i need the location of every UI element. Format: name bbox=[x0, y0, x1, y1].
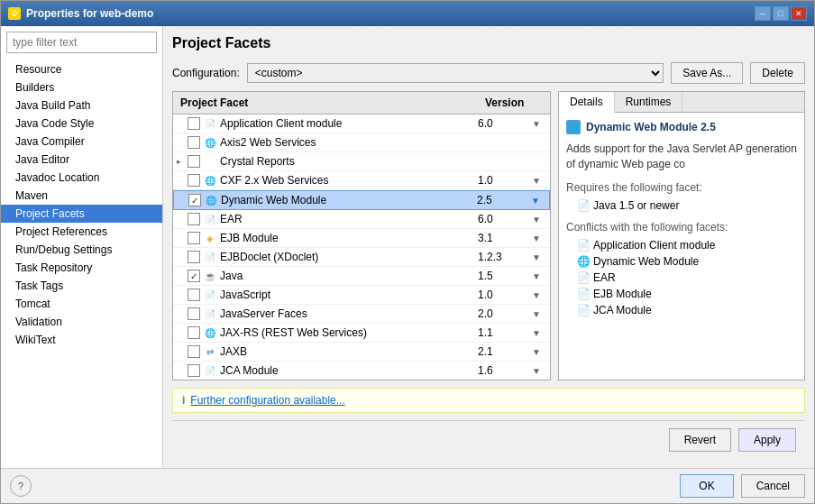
minimize-button[interactable]: ─ bbox=[755, 6, 771, 21]
facet-row-axis2[interactable]: 🌐 Axis2 Web Services bbox=[173, 133, 550, 152]
dropdown-arrow[interactable]: ▼ bbox=[532, 252, 546, 262]
facet-checkbox-java[interactable] bbox=[188, 270, 200, 282]
close-button[interactable]: ✕ bbox=[791, 6, 807, 21]
facet-checkbox-jaxb[interactable] bbox=[188, 345, 200, 358]
further-config-link[interactable]: Further configuration available... bbox=[190, 394, 344, 407]
conflicts-item-0: 📄 Application Client module bbox=[566, 237, 797, 253]
facet-row-jaxrs[interactable]: 🌐 JAX-RS (REST Web Services) 1.1 ▼ bbox=[173, 324, 550, 343]
info-icon: i bbox=[182, 394, 185, 407]
sidebar-item-resource[interactable]: Resource bbox=[1, 60, 162, 78]
cube-icon: ◈ bbox=[203, 231, 217, 245]
expand-icon[interactable]: ▸ bbox=[177, 157, 188, 166]
facet-ver-jaxrs: 1.1 bbox=[478, 326, 532, 339]
facet-checkbox-javascript[interactable] bbox=[188, 289, 200, 301]
facet-row-cxf[interactable]: 🌐 CXF 2.x Web Services 1.0 ▼ bbox=[173, 171, 550, 190]
facet-row-javascript[interactable]: 📄 JavaScript 1.0 ▼ bbox=[173, 286, 550, 305]
folder-icon bbox=[203, 154, 217, 169]
config-row: Configuration: <custom> Save As... Delet… bbox=[172, 62, 805, 84]
maximize-button[interactable]: □ bbox=[773, 6, 789, 21]
globe-icon: 🌐 bbox=[203, 325, 217, 340]
dropdown-arrow[interactable]: ▼ bbox=[532, 234, 546, 243]
facet-checkbox-ejbdoclet[interactable] bbox=[188, 251, 200, 263]
main-window: ⚙ Properties for web-demo ─ □ ✕ Resource… bbox=[0, 0, 815, 504]
delete-button[interactable]: Delete bbox=[750, 62, 805, 84]
save-as-button[interactable]: Save As... bbox=[671, 62, 743, 84]
globe-icon: 🌐 bbox=[203, 135, 217, 150]
sidebar-item-task-tags[interactable]: Task Tags bbox=[1, 277, 162, 295]
sidebar-item-tomcat[interactable]: Tomcat bbox=[1, 295, 162, 313]
facet-ver-jaxb: 2.1 bbox=[478, 345, 532, 358]
facet-row-ejb[interactable]: ◈ EJB Module 3.1 ▼ bbox=[173, 229, 550, 248]
revert-button[interactable]: Revert bbox=[669, 428, 731, 452]
facet-checkbox-crystal[interactable] bbox=[188, 155, 200, 168]
facet-name-java: Java bbox=[220, 270, 478, 282]
sidebar-item-run-debug-settings[interactable]: Run/Debug Settings bbox=[1, 241, 162, 259]
filter-input[interactable] bbox=[6, 32, 157, 53]
dropdown-arrow[interactable]: ▼ bbox=[532, 271, 546, 281]
dropdown-arrow[interactable]: ▼ bbox=[532, 309, 546, 319]
facet-checkbox-jaxrs[interactable] bbox=[188, 326, 200, 339]
dropdown-arrow[interactable]: ▼ bbox=[532, 290, 546, 300]
dropdown-arrow[interactable]: ▼ bbox=[532, 176, 546, 186]
tab-runtimes[interactable]: Runtimes bbox=[615, 92, 683, 112]
dropdown-arrow[interactable]: ▼ bbox=[532, 119, 546, 129]
sidebar-item-java-code-style[interactable]: Java Code Style bbox=[1, 115, 162, 133]
conflicts-item-2: 📄 EAR bbox=[566, 270, 797, 286]
page-icon: 📄 bbox=[203, 363, 217, 378]
sidebar-item-java-compiler[interactable]: Java Compiler bbox=[1, 133, 162, 151]
sidebar-item-project-facets[interactable]: Project Facets bbox=[1, 205, 162, 223]
footer: ? OK Cancel bbox=[1, 468, 814, 503]
facet-row-dynamic-web[interactable]: 🌐 Dynamic Web Module 2.5 ▼ bbox=[173, 190, 550, 210]
facet-ver-ejbdoclet: 1.2.3 bbox=[478, 251, 532, 263]
sidebar-item-maven[interactable]: Maven bbox=[1, 187, 162, 205]
dropdown-arrow[interactable]: ▼ bbox=[532, 328, 546, 338]
facet-row-crystal[interactable]: ▸ Crystal Reports bbox=[173, 152, 550, 171]
dropdown-arrow[interactable]: ▼ bbox=[532, 347, 546, 357]
sidebar-item-java-editor[interactable]: Java Editor bbox=[1, 151, 162, 169]
sidebar-item-wikitext[interactable]: WikiText bbox=[1, 331, 162, 349]
facet-checkbox-ear[interactable] bbox=[188, 213, 200, 225]
facet-checkbox-axis2[interactable] bbox=[188, 136, 200, 149]
tab-details[interactable]: Details bbox=[559, 92, 615, 113]
help-button[interactable]: ? bbox=[10, 475, 32, 497]
facet-ver-cxf: 1.0 bbox=[478, 174, 532, 187]
sidebar-item-validation[interactable]: Validation bbox=[1, 313, 162, 331]
facet-ver-dynamic-web: 2.5 bbox=[477, 194, 531, 206]
facet-row-jsf[interactable]: 📄 JavaServer Faces 2.0 ▼ bbox=[173, 305, 550, 324]
facet-row-ejbdoclet[interactable]: 📄 EJBDoclet (XDoclet) 1.2.3 ▼ bbox=[173, 248, 550, 267]
config-select[interactable]: <custom> bbox=[247, 63, 664, 83]
facet-name-jsf: JavaServer Faces bbox=[220, 307, 478, 320]
sidebar-item-javadoc-location[interactable]: Javadoc Location bbox=[1, 169, 162, 187]
facet-checkbox-app-client[interactable] bbox=[188, 117, 200, 130]
dropdown-arrow[interactable]: ▼ bbox=[532, 215, 546, 225]
facet-checkbox-jsf[interactable] bbox=[188, 307, 200, 320]
sidebar-item-java-build-path[interactable]: Java Build Path bbox=[1, 96, 162, 115]
facet-row-jca[interactable]: 📄 JCA Module 1.6 ▼ bbox=[173, 362, 550, 380]
ok-button[interactable]: OK bbox=[680, 474, 733, 498]
facet-checkbox-ejb[interactable] bbox=[188, 232, 200, 244]
nav-tree: Resource Builders Java Build Path Java C… bbox=[1, 59, 162, 468]
facet-row-app-client[interactable]: 📄 Application Client module 6.0 ▼ bbox=[173, 115, 550, 133]
apply-button[interactable]: Apply bbox=[738, 428, 796, 452]
page-icon: 📄 bbox=[577, 271, 590, 284]
facet-checkbox-jca[interactable] bbox=[188, 364, 200, 377]
facets-rows[interactable]: 📄 Application Client module 6.0 ▼ 🌐 Axis… bbox=[173, 115, 550, 380]
facet-row-jaxb[interactable]: ⇄ JAXB 2.1 ▼ bbox=[173, 343, 550, 362]
sidebar-item-builders[interactable]: Builders bbox=[1, 78, 162, 96]
sidebar-item-project-references[interactable]: Project References bbox=[1, 223, 162, 241]
right-panel: Project Facets Configuration: <custom> S… bbox=[163, 26, 814, 468]
sidebar-item-task-repository[interactable]: Task Repository bbox=[1, 259, 162, 277]
facet-checkbox-dynamic-web[interactable] bbox=[188, 194, 201, 206]
details-tabs: Details Runtimes bbox=[559, 92, 804, 113]
conflicts-label-2: EAR bbox=[593, 271, 616, 284]
dropdown-arrow[interactable]: ▼ bbox=[532, 366, 546, 376]
cancel-button[interactable]: Cancel bbox=[741, 474, 805, 498]
facet-name-javascript: JavaScript bbox=[220, 289, 478, 301]
facet-checkbox-cxf[interactable] bbox=[188, 174, 200, 187]
facet-row-ear[interactable]: 📄 EAR 6.0 ▼ bbox=[173, 210, 550, 229]
facet-row-java[interactable]: ☕ Java 1.5 ▼ bbox=[173, 267, 550, 286]
window-title: Properties for web-demo bbox=[26, 7, 153, 20]
conflicts-label-4: JCA Module bbox=[593, 304, 652, 316]
jaxb-icon: ⇄ bbox=[203, 344, 217, 359]
dropdown-arrow-blue[interactable]: ▼ bbox=[531, 196, 545, 206]
